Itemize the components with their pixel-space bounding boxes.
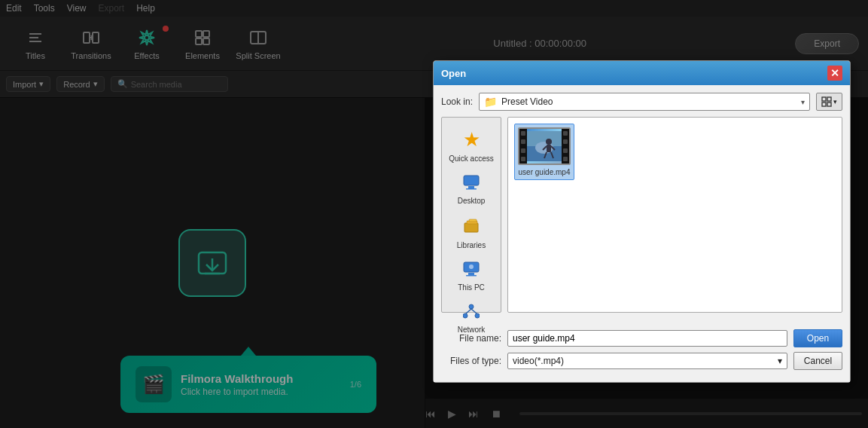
look-in-value: Preset Video	[501, 96, 796, 107]
dialog-title: Open	[441, 68, 466, 79]
look-in-row: Look in: 📁 Preset Video ▾ ▾	[441, 93, 842, 111]
look-in-label: Look in:	[441, 96, 473, 107]
cancel-button[interactable]: Cancel	[793, 352, 842, 370]
open-dialog: Open ✕ Look in: 📁 Preset Video ▾ ▾	[433, 60, 851, 383]
film-hole	[563, 131, 568, 136]
dialog-titlebar: Open ✕	[434, 61, 850, 85]
view-toggle-button[interactable]: ▾	[816, 93, 842, 111]
file-type-label: Files of type:	[441, 356, 501, 366]
svg-point-32	[475, 313, 480, 318]
film-strip-left	[519, 129, 527, 164]
film-hole	[521, 148, 525, 153]
quick-access-icon: ★	[463, 128, 480, 151]
this-pc-label: This PC	[458, 283, 485, 292]
dialog-footer: File name: Open Files of type: video(*.m…	[434, 326, 850, 382]
file-type-value: video(*.mp4)	[513, 356, 564, 366]
film-hole	[521, 157, 525, 161]
libraries-label: Libraries	[457, 241, 486, 249]
svg-rect-16	[822, 97, 826, 101]
file-name-user-guide: user guide.mp4	[519, 168, 571, 176]
libraries-icon	[463, 217, 480, 238]
file-name-input[interactable]	[507, 330, 787, 347]
file-nav-sidebar: ★ Quick access Desktop	[441, 117, 501, 313]
svg-rect-18	[822, 102, 826, 106]
film-strip-right	[562, 129, 569, 164]
filename-row: File name: Open	[441, 329, 842, 347]
file-thumbnail-user-guide	[518, 127, 571, 165]
thumbnail-image	[525, 129, 563, 164]
desktop-icon	[463, 175, 480, 194]
file-name-label: File name:	[441, 333, 501, 344]
svg-rect-23	[464, 223, 478, 232]
file-browser: ★ Quick access Desktop	[441, 117, 842, 313]
nav-libraries[interactable]: Libraries	[442, 212, 501, 254]
film-hole	[563, 139, 568, 144]
film-hole	[563, 148, 568, 153]
file-type-select[interactable]: video(*.mp4) ▾	[507, 353, 787, 369]
svg-rect-20	[464, 176, 479, 185]
film-hole	[521, 131, 525, 136]
look-in-select[interactable]: 📁 Preset Video ▾	[479, 93, 810, 111]
filetype-row: Files of type: video(*.mp4) ▾ Cancel	[441, 352, 842, 370]
svg-rect-28	[466, 275, 477, 277]
dialog-body: Look in: 📁 Preset Video ▾ ▾	[434, 85, 850, 326]
svg-rect-25	[469, 219, 477, 222]
svg-line-34	[471, 309, 477, 313]
nav-quick-access[interactable]: ★ Quick access	[442, 124, 501, 167]
network-icon	[463, 304, 480, 323]
open-button[interactable]: Open	[793, 329, 842, 347]
svg-rect-17	[827, 97, 831, 101]
quick-access-label: Quick access	[449, 154, 493, 163]
film-hole	[521, 139, 525, 144]
folder-icon: 📁	[484, 96, 497, 108]
file-type-chevron-icon: ▾	[778, 356, 782, 366]
svg-point-38	[546, 139, 552, 145]
view-dropdown-icon: ▾	[833, 98, 837, 105]
svg-rect-27	[468, 273, 474, 275]
desktop-label: Desktop	[458, 197, 486, 205]
svg-rect-19	[827, 102, 831, 106]
look-in-chevron-icon: ▾	[801, 98, 805, 106]
file-item-user-guide[interactable]: user guide.mp4	[514, 124, 574, 180]
this-pc-icon	[463, 261, 480, 280]
svg-rect-22	[466, 188, 477, 190]
svg-line-33	[466, 309, 471, 313]
nav-this-pc[interactable]: This PC	[442, 257, 501, 296]
film-hole	[563, 157, 568, 161]
svg-point-29	[469, 264, 474, 269]
dialog-close-button[interactable]: ✕	[827, 66, 842, 81]
svg-rect-21	[468, 186, 474, 188]
svg-rect-39	[547, 145, 551, 152]
nav-desktop[interactable]: Desktop	[442, 170, 501, 209]
file-area: user guide.mp4	[507, 117, 842, 313]
svg-point-31	[463, 313, 468, 318]
svg-point-30	[469, 304, 474, 309]
